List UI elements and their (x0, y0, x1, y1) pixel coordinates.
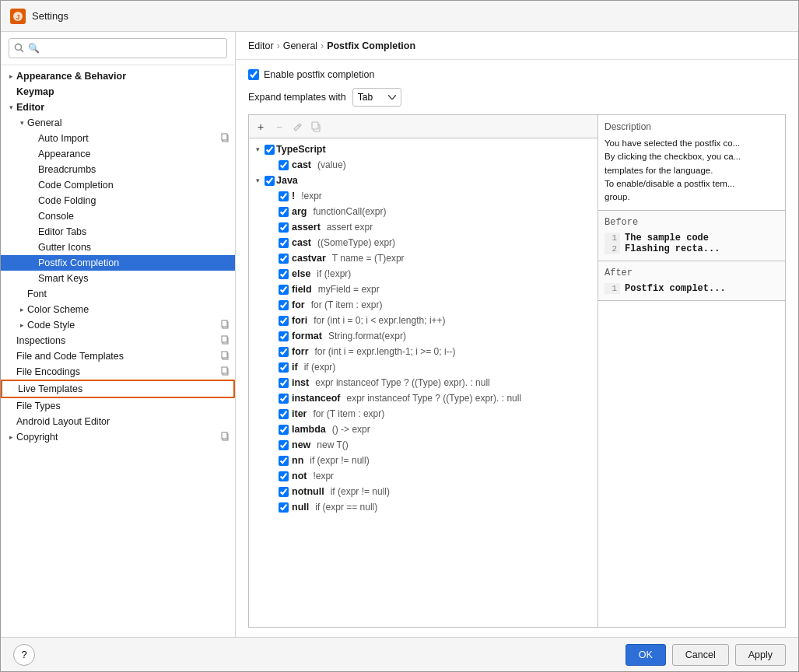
sidebar-item-label: File Encodings (16, 366, 80, 377)
tpl-key: inst (292, 377, 309, 388)
sidebar-item-keymap[interactable]: Keymap (1, 84, 235, 100)
tpl-item-java-fori[interactable]: forifor (int i = 0; i < expr.length; i++… (249, 313, 597, 328)
tpl-checkbox[interactable] (279, 300, 289, 310)
tpl-item-java-for[interactable]: forfor (T item : expr) (249, 297, 597, 313)
enable-postfix-checkbox[interactable] (248, 69, 259, 80)
sidebar-item-label: Editor (16, 102, 44, 113)
tpl-item-java-new[interactable]: newnew T() (249, 437, 597, 453)
sidebar-item-appearance-behavior[interactable]: Appearance & Behavior (1, 68, 235, 84)
sidebar-item-smart-keys[interactable]: Smart Keys (1, 271, 235, 286)
sidebar-item-editor[interactable]: Editor (1, 100, 235, 115)
sidebar-item-code-style[interactable]: Code Style (1, 317, 235, 333)
settings-content: Enable postfix completion Expand templat… (236, 60, 798, 637)
tpl-desc: new T() (317, 439, 348, 450)
breadcrumb-item-0[interactable]: Editor (248, 40, 274, 51)
java-checkbox[interactable] (265, 176, 275, 186)
search-input[interactable] (9, 38, 227, 58)
tpl-checkbox[interactable] (279, 471, 289, 481)
sidebar-item-file-types[interactable]: File Types (1, 398, 235, 414)
tpl-checkbox[interactable] (279, 440, 289, 450)
ok-button[interactable]: OK (626, 644, 666, 666)
sidebar-item-font[interactable]: Font (1, 286, 235, 302)
sidebar-item-general[interactable]: General (1, 115, 235, 131)
tpl-item-java-cast[interactable]: cast((SomeType) expr) (249, 235, 597, 250)
breadcrumb-item-1[interactable]: General (283, 40, 317, 51)
tpl-item-java-nn[interactable]: nnif (expr != null) (249, 453, 597, 468)
sidebar-item-console[interactable]: Console (1, 208, 235, 224)
tpl-item-java-if[interactable]: ifif (expr) (249, 359, 597, 375)
tpl-checkbox[interactable] (279, 222, 289, 233)
tpl-item-java-inst[interactable]: instexpr instanceof Type ? ((Type) expr)… (249, 375, 597, 390)
breadcrumb: Editor › General › Postfix Completion (236, 32, 798, 60)
sidebar-item-editor-tabs[interactable]: Editor Tabs (1, 224, 235, 240)
tpl-checkbox[interactable] (279, 425, 289, 435)
tpl-item-java-![interactable]: !!expr (249, 188, 597, 204)
tpl-item-java-null[interactable]: nullif (expr == null) (249, 499, 597, 515)
tpl-checkbox[interactable] (279, 502, 289, 513)
tpl-checkbox[interactable] (279, 456, 289, 466)
tpl-checkbox[interactable] (279, 316, 289, 326)
tpl-checkbox[interactable] (279, 487, 289, 497)
tpl-item-java-else[interactable]: elseif (!expr) (249, 266, 597, 282)
sidebar-item-label: Code Folding (38, 195, 96, 206)
tpl-checkbox[interactable] (279, 207, 289, 217)
sidebar-item-code-completion[interactable]: Code Completion (1, 177, 235, 193)
sidebar-item-appearance[interactable]: Appearance (1, 146, 235, 162)
tpl-checkbox[interactable] (279, 254, 289, 264)
svg-rect-13 (222, 432, 227, 439)
svg-rect-5 (222, 320, 227, 327)
copy-icon (221, 320, 230, 331)
tpl-desc: !expr (313, 471, 334, 481)
sidebar-item-android-layout-editor[interactable]: Android Layout Editor (1, 414, 235, 429)
sidebar-item-breadcrumbs[interactable]: Breadcrumbs (1, 162, 235, 177)
tpl-item-ts-cast[interactable]: cast(value) (249, 157, 597, 173)
sidebar-item-live-templates[interactable]: Live Templates (1, 380, 235, 398)
tpl-checkbox[interactable] (279, 238, 289, 248)
typescript-checkbox[interactable] (265, 145, 275, 155)
sidebar-item-copyright[interactable]: Copyright (1, 429, 235, 445)
sidebar-item-code-folding[interactable]: Code Folding (1, 193, 235, 208)
expand-templates-select[interactable]: Tab Enter Space (352, 88, 401, 107)
add-template-button[interactable]: + (252, 118, 269, 135)
java-group-header[interactable]: Java (249, 173, 597, 188)
tpl-item-java-arg[interactable]: argfunctionCall(expr) (249, 204, 597, 219)
apply-button[interactable]: Apply (735, 644, 786, 666)
remove-template-button[interactable]: − (271, 118, 288, 135)
tpl-checkbox[interactable] (279, 331, 289, 341)
chevron-icon (5, 432, 16, 443)
chevron-icon (16, 117, 27, 128)
tpl-item-java-castvar[interactable]: castvarT name = (T)expr (249, 250, 597, 266)
help-button[interactable]: ? (13, 644, 35, 666)
tpl-checkbox[interactable] (279, 269, 289, 279)
tpl-item-java-field[interactable]: fieldmyField = expr (249, 282, 597, 297)
tpl-checkbox[interactable] (279, 409, 289, 419)
tpl-checkbox[interactable] (279, 362, 289, 373)
tpl-item-java-iter[interactable]: iterfor (T item : expr) (249, 406, 597, 422)
tpl-checkbox[interactable] (279, 394, 289, 404)
copy-template-button[interactable] (308, 118, 325, 135)
tpl-checkbox[interactable] (279, 347, 289, 357)
edit-template-button[interactable] (289, 118, 307, 135)
sidebar-item-inspections[interactable]: Inspections (1, 333, 235, 348)
tpl-item-java-notnull[interactable]: notnullif (expr != null) (249, 484, 597, 499)
window-title: Settings (32, 10, 68, 22)
tpl-item-java-instanceof[interactable]: instanceofexpr instanceof Type ? ((Type)… (249, 390, 597, 406)
tpl-checkbox[interactable] (279, 285, 289, 295)
tpl-checkbox[interactable] (279, 378, 289, 388)
tpl-item-java-lambda[interactable]: lambda() -> expr (249, 422, 597, 437)
sidebar-item-postfix-completion[interactable]: Postfix Completion (1, 255, 235, 271)
sidebar-item-auto-import[interactable]: Auto Import (1, 131, 235, 146)
tpl-item-java-not[interactable]: not!expr (249, 468, 597, 484)
tpl-item-java-assert[interactable]: assertassert expr (249, 219, 597, 235)
typescript-group-header[interactable]: TypeScript (249, 142, 597, 157)
sidebar-item-color-scheme[interactable]: Color Scheme (1, 302, 235, 317)
tpl-checkbox[interactable] (279, 160, 289, 170)
sidebar-item-gutter-icons[interactable]: Gutter Icons (1, 240, 235, 255)
tpl-item-java-forr[interactable]: forrfor (int i = expr.length-1; i >= 0; … (249, 344, 597, 359)
tpl-checkbox[interactable] (279, 191, 289, 201)
sidebar-item-file-encodings[interactable]: File Encodings (1, 364, 235, 380)
cancel-button[interactable]: Cancel (672, 644, 729, 666)
tpl-item-java-format[interactable]: formatString.format(expr) (249, 328, 597, 344)
settings-window: J Settings Appearance & BehaviorKeymapEd… (0, 0, 799, 672)
sidebar-item-file-code-templates[interactable]: File and Code Templates (1, 348, 235, 364)
